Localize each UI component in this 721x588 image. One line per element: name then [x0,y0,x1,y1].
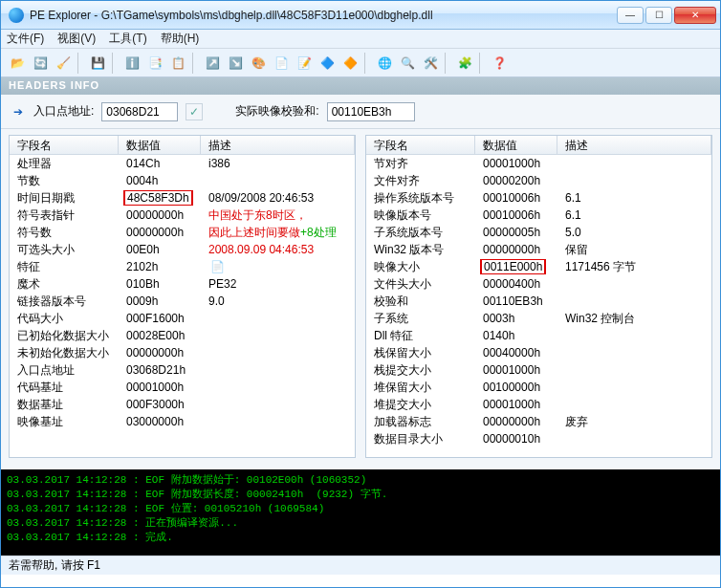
table-row[interactable]: 已初始化数据大小00028E00h [10,327,355,344]
cell-desc [201,180,355,182]
table-row[interactable]: 符号数00000000h因此上述时间要做+8处理 [10,224,355,241]
table-row[interactable]: 节数0004h [10,172,355,189]
right-col-field[interactable]: 字段名 [366,136,475,154]
table-row[interactable]: 文件对齐00000200h [366,172,711,189]
table-row[interactable]: 链接器版本号0009h9.0 [10,293,355,310]
table-row[interactable]: 时间日期戳48C58F3Dh08/09/2008 20:46:53 [10,189,355,207]
table-row[interactable]: 文件头大小00000400h [366,275,711,293]
table-row[interactable]: Win32 版本号00000000h保留 [366,241,711,258]
cell-field: 子系统 [366,310,475,328]
cell-desc: 废弃 [557,413,711,431]
right-col-value[interactable]: 数据值 [475,136,557,154]
table-row[interactable]: 映像版本号00010006h6.1 [366,207,711,224]
left-col-desc[interactable]: 描述 [201,136,355,154]
debug-icon[interactable]: 📄 [271,53,292,74]
toolbar-separator [77,53,83,74]
cell-desc: 1171456 字节 [557,258,711,276]
table-row[interactable]: 未初始化数据大小00000000h [10,344,355,361]
cell-desc [557,352,711,354]
table-row[interactable]: 堆保留大小00100000h [366,379,711,396]
sections-icon[interactable]: 📑 [144,53,165,74]
table-row[interactable]: 子系统0003hWin32 控制台 [366,310,711,327]
menubar: 文件(F) 视图(V) 工具(T) 帮助(H) [1,30,720,49]
clear-icon[interactable]: 🧹 [53,53,74,74]
open-file-icon[interactable]: 📂 [7,53,28,74]
table-row[interactable]: 校验和00110EB3h [366,293,711,310]
cell-value: 014Ch [119,156,201,171]
cell-desc: 6.1 [557,190,711,206]
table-row[interactable]: 特征2102h📄 [10,258,355,275]
table-row[interactable]: 代码大小000F1600h [10,310,355,327]
relocation-icon[interactable]: 📝 [294,53,315,74]
cell-desc: 中国处于东8时区， [201,207,355,225]
table-row[interactable]: 栈提交大小00001000h [366,361,711,379]
info-icon[interactable]: ℹ️ [121,53,142,74]
left-panel-body[interactable]: 处理器014Chi386节数0004h时间日期戳48C58F3Dh08/09/2… [10,155,355,457]
export-icon[interactable]: ↗️ [202,53,223,74]
cell-desc [201,403,355,405]
table-row[interactable]: 子系统版本号00000005h5.0 [366,224,711,241]
menu-tools[interactable]: 工具(T) [109,31,146,47]
minimize-button[interactable]: — [617,7,644,24]
close-button[interactable]: ✕ [674,7,716,24]
console-output[interactable]: 03.03.2017 14:12:28 : EOF 附加数据始于: 00102E… [1,469,720,555]
save-icon[interactable]: 💾 [87,53,108,74]
table-row[interactable]: 数据目录大小00000010h [366,430,711,447]
cell-field: 数据目录大小 [366,430,475,448]
cell-field: 映像基址 [10,413,119,431]
table-row[interactable]: Dll 特征0140h [366,327,711,344]
refresh-icon[interactable]: 🔄 [30,53,51,74]
arrow-right-icon[interactable]: ➔ [11,104,26,120]
cell-field: 可选头大小 [10,241,119,259]
dependency-icon[interactable]: 🌐 [374,53,395,74]
disasm-icon[interactable]: 🛠️ [420,53,441,74]
left-col-field[interactable]: 字段名 [10,136,119,154]
table-row[interactable]: 可选头大小00E0h2008.09.09 04:46:53 [10,241,355,258]
menu-view[interactable]: 视图(V) [57,31,96,47]
import-icon[interactable]: ↘️ [225,53,246,74]
cell-field: 校验和 [366,293,475,311]
table-row[interactable]: 入口点地址03068D21h [10,361,355,379]
cell-field: 节数 [10,172,119,190]
table-row[interactable]: 代码基址00001000h [10,379,355,396]
page-icon[interactable]: 📄 [210,260,225,273]
checksum-input[interactable] [327,102,415,121]
cell-desc [557,438,711,440]
cell-field: 文件对齐 [366,172,475,190]
directory-icon[interactable]: 📋 [167,53,188,74]
right-col-desc[interactable]: 描述 [557,136,711,154]
cell-field: 处理器 [10,155,119,173]
menu-file[interactable]: 文件(F) [7,31,44,47]
table-row[interactable]: 符号表指针00000000h中国处于东8时区， [10,207,355,224]
window-buttons: — ☐ ✕ [617,7,716,24]
table-row[interactable]: 映像大小0011E000h1171456 字节 [366,258,711,275]
table-row[interactable]: 堆提交大小00001000h [366,396,711,413]
left-panel-header: 字段名 数据值 描述 [10,136,355,155]
scanner-icon[interactable]: 🔍 [397,53,418,74]
menu-help[interactable]: 帮助(H) [161,31,200,47]
right-panel-body[interactable]: 节对齐00001000h文件对齐00000200h操作系统版本号00010006… [366,155,711,457]
toolbar-separator [112,53,118,74]
help-icon[interactable]: ❓ [489,53,510,74]
cell-field: 文件头大小 [366,275,475,294]
cell-value: 00000005h [475,225,557,240]
table-row[interactable]: 加载器标志00000000h废弃 [366,413,711,430]
left-col-value[interactable]: 数据值 [119,136,201,154]
cell-field: 特征 [10,258,119,276]
table-row[interactable]: 魔术010BhPE32 [10,275,355,293]
table-row[interactable]: 映像基址03000000h [10,413,355,430]
config-icon[interactable]: 🔶 [339,53,360,74]
entry-point-input[interactable] [101,102,178,121]
maximize-button[interactable]: ☐ [645,7,672,24]
cell-desc: 因此上述时间要做+8处理 [201,224,355,242]
table-row[interactable]: 节对齐00001000h [366,155,711,172]
tls-icon[interactable]: 🔷 [317,53,338,74]
table-row[interactable]: 数据基址000F3000h [10,396,355,413]
check-icon[interactable]: ✓ [186,103,203,120]
table-row[interactable]: 处理器014Chi386 [10,155,355,172]
table-row[interactable]: 栈保留大小00040000h [366,344,711,361]
resources-icon[interactable]: 🎨 [248,53,269,74]
plugin-icon[interactable]: 🧩 [454,53,475,74]
table-row[interactable]: 操作系统版本号00010006h6.1 [366,189,711,207]
cell-value: 48C58F3Dh [119,190,201,206]
